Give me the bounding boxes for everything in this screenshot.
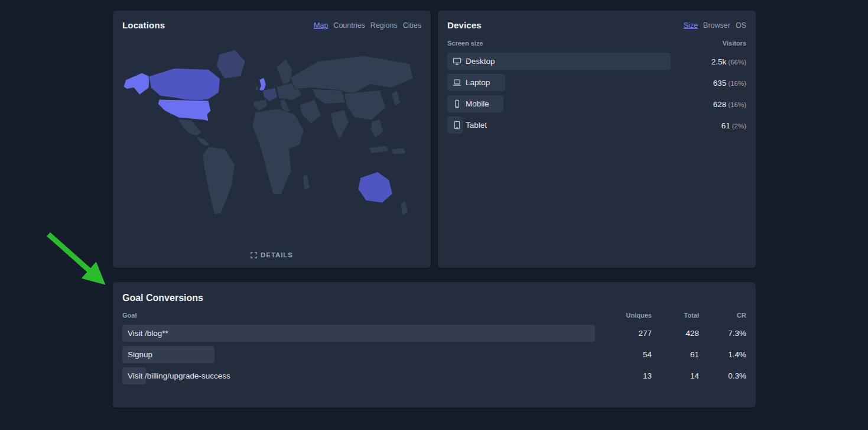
device-label: Desktop — [466, 57, 495, 66]
map-russia[interactable] — [290, 56, 413, 93]
device-row-tablet[interactable]: Tablet 61(2%) — [447, 117, 746, 134]
map-central-america[interactable] — [196, 136, 210, 147]
locations-panel: Locations Map Countries Regions Cities — [113, 11, 431, 268]
device-share: (16%) — [728, 80, 746, 87]
column-goal: Goal — [122, 312, 595, 319]
goal-cr: 0.3% — [699, 371, 746, 380]
map-southeast-asia[interactable] — [370, 119, 383, 138]
devices-column-headers: Screen size Visitors — [447, 40, 746, 47]
map-china[interactable] — [344, 90, 386, 120]
column-total: Total — [652, 312, 699, 319]
map-japan[interactable] — [391, 90, 401, 106]
laptop-icon — [453, 78, 461, 87]
device-row-desktop[interactable]: Desktop 2.5k(66%) — [447, 53, 746, 70]
tab-countries[interactable]: Countries — [333, 21, 365, 30]
goal-label: Signup — [128, 350, 152, 359]
details-button[interactable]: DETAILS — [246, 249, 298, 261]
goals-column-headers: Goal Uniques Total CR — [122, 312, 746, 319]
goal-uniques: 54 — [604, 350, 652, 359]
tab-os[interactable]: OS — [736, 21, 746, 30]
goal-total: 14 — [652, 371, 699, 380]
map-middle-east[interactable] — [300, 99, 321, 124]
map-united-kingdom[interactable] — [259, 77, 266, 91]
map-india[interactable] — [330, 109, 349, 140]
map-australia[interactable] — [358, 172, 392, 203]
goal-row-visit-blog[interactable]: Visit /blog** 277 428 7.3% — [122, 325, 746, 342]
device-share: (16%) — [728, 101, 746, 108]
device-visitors: 635 — [713, 79, 727, 88]
map-africa[interactable] — [252, 109, 304, 195]
tab-regions[interactable]: Regions — [370, 21, 398, 30]
tab-cities[interactable]: Cities — [403, 21, 421, 30]
tab-browser[interactable]: Browser — [703, 21, 730, 30]
devices-title: Devices — [447, 20, 482, 30]
goal-conversions-title: Goal Conversions — [122, 293, 746, 303]
devices-header: Devices Size Browser OS — [447, 20, 746, 30]
device-share: (66%) — [728, 59, 746, 66]
tablet-icon — [453, 121, 461, 130]
column-screen-size: Screen size — [447, 40, 671, 47]
details-label: DETAILS — [261, 251, 293, 258]
devices-tabs: Size Browser OS — [684, 21, 746, 30]
column-visitors: Visitors — [680, 40, 746, 47]
tab-size[interactable]: Size — [684, 21, 698, 30]
map-ireland[interactable] — [255, 86, 259, 91]
device-row-laptop[interactable]: Laptop 635(16%) — [447, 74, 746, 91]
goal-row-signup[interactable]: Signup 54 61 1.4% — [122, 346, 746, 363]
column-uniques: Uniques — [604, 312, 652, 319]
goal-row-visit-billing-upgrade-success[interactable]: Visit /billing/upgrade-success 13 14 0.3… — [122, 367, 746, 384]
map-greenland[interactable] — [217, 50, 246, 79]
map-new-zealand[interactable] — [401, 201, 408, 215]
map-central-asia[interactable] — [312, 89, 345, 104]
map-canada[interactable] — [149, 68, 220, 101]
devices-panel: Devices Size Browser OS Screen size Visi… — [438, 11, 756, 268]
goal-conversions-panel: Goal Conversions Goal Uniques Total CR V… — [113, 282, 756, 408]
map-madagascar[interactable] — [303, 174, 310, 190]
arrow-shaft — [48, 234, 100, 280]
device-label: Laptop — [466, 78, 490, 87]
expand-icon — [251, 252, 257, 258]
locations-title: Locations — [122, 20, 165, 30]
goal-cr: 7.3% — [699, 329, 746, 338]
device-row-mobile[interactable]: Mobile 628(16%) — [447, 95, 746, 112]
goal-total: 428 — [652, 329, 699, 338]
map-united-states[interactable] — [158, 99, 211, 121]
device-visitors: 628 — [713, 100, 727, 109]
goal-uniques: 13 — [604, 371, 652, 380]
device-label: Tablet — [466, 121, 487, 130]
map-indonesia-west[interactable] — [368, 146, 389, 154]
map-south-america[interactable] — [203, 147, 235, 215]
device-visitors: 2.5k — [711, 57, 727, 66]
desktop-icon — [453, 57, 461, 66]
world-map-svg — [122, 34, 421, 249]
mobile-icon — [453, 99, 461, 108]
tab-map[interactable]: Map — [314, 21, 328, 30]
device-share: (2%) — [732, 122, 746, 130]
world-map[interactable] — [122, 34, 421, 249]
device-visitors: 61 — [721, 121, 730, 130]
goal-uniques: 277 — [604, 329, 652, 338]
map-indonesia-east[interactable] — [391, 148, 405, 155]
goal-total: 61 — [652, 350, 699, 359]
goal-cr: 1.4% — [699, 350, 746, 359]
goal-label: Visit /billing/upgrade-success — [128, 371, 230, 380]
map-alaska[interactable] — [123, 73, 150, 95]
map-iberia[interactable] — [253, 99, 267, 111]
map-scandinavia[interactable] — [277, 59, 292, 85]
locations-header: Locations Map Countries Regions Cities — [122, 20, 421, 30]
goal-label: Visit /blog** — [128, 329, 168, 338]
device-label: Mobile — [466, 99, 489, 108]
column-cr: CR — [699, 312, 746, 319]
locations-tabs: Map Countries Regions Cities — [314, 21, 421, 30]
map-mexico[interactable] — [177, 119, 201, 136]
